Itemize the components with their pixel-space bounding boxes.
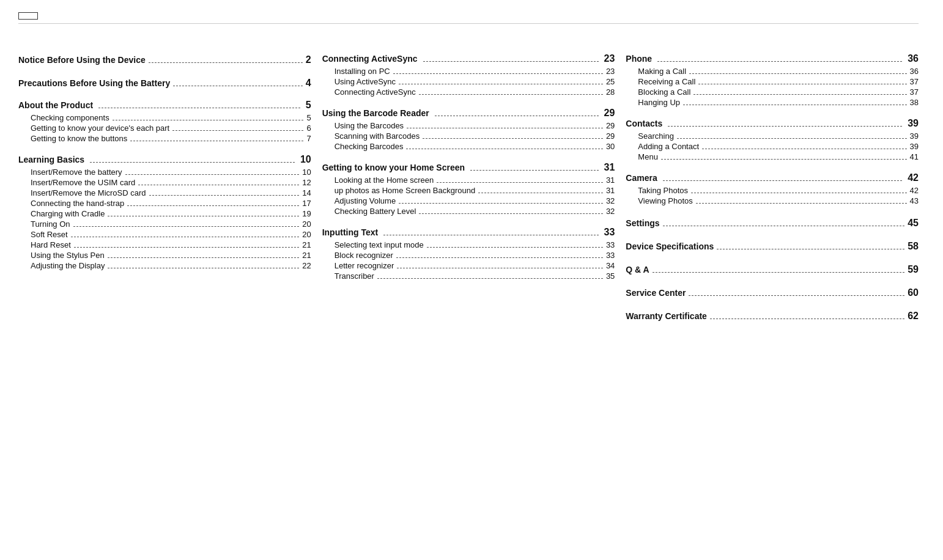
section: Service Center60 — [626, 287, 919, 298]
section: Getting to know your Home Screen31Lookin… — [322, 162, 615, 216]
item-dots — [399, 84, 603, 84]
section-heading: Contacts39 — [626, 118, 919, 129]
item-dots — [406, 149, 602, 149]
item-dots — [702, 149, 906, 149]
list-item: Transcriber35 — [335, 271, 615, 281]
list-item: Getting to know your device's each part6 — [31, 123, 311, 133]
item-dots — [125, 174, 300, 175]
section-label: Device Specifications — [626, 241, 714, 251]
section-label: Settings — [626, 218, 659, 228]
list-item: Viewing Photos43 — [638, 196, 919, 205]
item-dots — [149, 195, 300, 196]
list-item: Letter recognizer34 — [335, 261, 615, 270]
item-label: Adding a Contact — [638, 142, 699, 151]
item-label: Checking Battery Level — [335, 207, 416, 216]
section-num: 29 — [604, 108, 615, 119]
item-label: Hanging Up — [638, 98, 680, 107]
item-label: Turning On — [31, 219, 70, 229]
section-num: 42 — [908, 172, 919, 183]
section-label: Notice Before Using the Device — [18, 55, 146, 65]
list-item: Turning On20 — [31, 219, 311, 229]
section-heading: Getting to know your Home Screen31 — [322, 162, 615, 173]
section-label: Service Center — [626, 288, 686, 298]
list-item: Installing on PC23 — [335, 67, 615, 76]
section-num: 5 — [306, 100, 311, 111]
item-label: Scanning with Barcodes — [335, 131, 420, 141]
item-num: 39 — [910, 142, 919, 151]
section: Camera42Taking Photos42Viewing Photos43 — [626, 172, 919, 205]
list-item: Hard Reset21 — [31, 240, 311, 249]
section: Notice Before Using the Device2 — [18, 54, 311, 65]
section-dots — [710, 319, 904, 319]
section-label: Getting to know your Home Screen — [322, 163, 465, 172]
section-num: 45 — [908, 218, 919, 229]
item-dots — [74, 247, 299, 248]
list-item: Checking components5 — [31, 113, 311, 122]
item-dots — [419, 94, 603, 95]
list-item: Insert/Remove the MicroSD card14 — [31, 188, 311, 197]
section-heading: Device Specifications58 — [626, 241, 919, 252]
list-item: Adjusting the Display22 — [31, 261, 311, 270]
section-heading: Warranty Certificate62 — [626, 311, 919, 322]
column-3: Phone36Making a Call36Receiving a Call37… — [626, 42, 919, 323]
item-num: 25 — [606, 77, 615, 86]
item-label: Receiving a Call — [638, 77, 695, 86]
section-dots — [383, 235, 598, 235]
section-num: 31 — [604, 162, 615, 173]
item-dots — [698, 84, 906, 84]
section-label: Connecting ActiveSync — [322, 54, 418, 64]
section-dots — [470, 170, 599, 171]
item-label: Getting to know your device's each part — [31, 123, 169, 133]
section: Using the Barcode Reader29Using the Barc… — [322, 108, 615, 151]
list-item: Adding a Contact39 — [638, 142, 919, 151]
item-num: 23 — [606, 67, 615, 76]
section-label: Q & A — [626, 265, 649, 274]
list-item: Block recognizer33 — [335, 251, 615, 260]
item-dots — [677, 138, 907, 139]
item-num: 19 — [302, 209, 311, 218]
item-dots — [693, 94, 906, 95]
page: Notice Before Using the Device2Precautio… — [0, 0, 943, 560]
item-dots — [689, 73, 906, 74]
item-dots — [172, 130, 303, 131]
item-dots — [423, 138, 603, 139]
list-item: Charging with Cradle19 — [31, 209, 311, 218]
section: About the Product5Checking components5Ge… — [18, 100, 311, 143]
item-num: 21 — [302, 251, 311, 260]
list-item: Making a Call36 — [638, 67, 919, 76]
item-label: Searching — [638, 131, 674, 141]
list-item: Receiving a Call37 — [638, 77, 919, 86]
item-dots — [108, 216, 299, 216]
item-dots — [661, 159, 907, 160]
item-num: 34 — [606, 261, 615, 270]
item-dots — [691, 193, 907, 193]
section-label: Camera — [626, 173, 657, 183]
section: Settings45 — [626, 218, 919, 229]
section-heading: Precautions Before Using the Battery4 — [18, 78, 311, 89]
section-num: 33 — [604, 227, 615, 238]
list-item: Checking Barcodes30 — [335, 142, 615, 151]
item-num: 6 — [306, 123, 311, 133]
item-num: 35 — [606, 271, 615, 281]
section-dots — [423, 61, 599, 62]
item-num: 37 — [910, 87, 919, 97]
list-item: Selecting text input mode33 — [335, 240, 615, 249]
item-dots — [377, 278, 603, 279]
item-label: Taking Photos — [638, 186, 688, 195]
item-num: 29 — [606, 121, 615, 130]
section-dots — [717, 249, 904, 249]
section-heading: Q & A59 — [626, 264, 919, 275]
list-item: Using the Barcodes29 — [335, 121, 615, 130]
item-num: 33 — [606, 251, 615, 260]
item-label: Using the Stylus Pen — [31, 251, 105, 260]
item-label: Blocking a Call — [638, 87, 690, 97]
item-label: Insert/Remove the battery — [31, 168, 122, 177]
item-label: Connecting ActiveSync — [335, 87, 416, 97]
list-item: Taking Photos42 — [638, 186, 919, 195]
section-heading: Connecting ActiveSync23 — [322, 53, 615, 64]
item-num: 10 — [302, 168, 311, 177]
item-num: 21 — [302, 240, 311, 249]
item-num: 7 — [306, 134, 311, 143]
section-num: 23 — [604, 53, 615, 64]
section-num: 59 — [908, 264, 919, 275]
